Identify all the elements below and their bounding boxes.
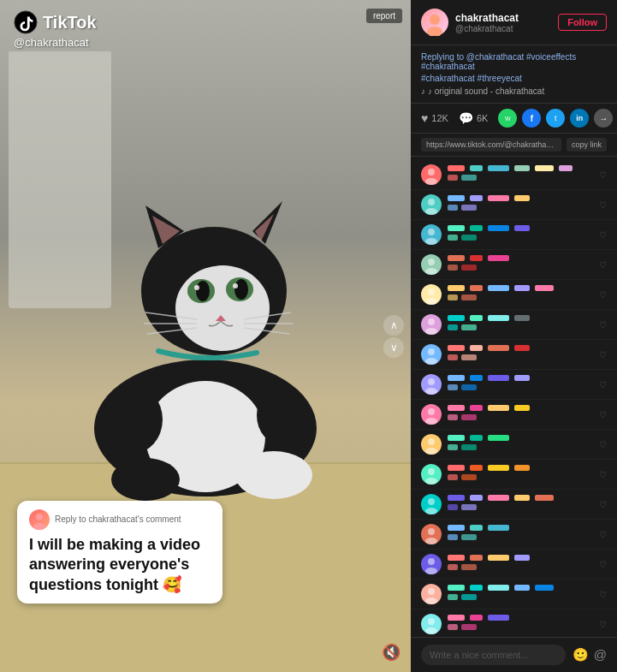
comment-heart-icon[interactable]: ♡ bbox=[599, 290, 607, 300]
comment-sub-block bbox=[448, 384, 458, 390]
comment-sub-block bbox=[448, 205, 458, 211]
comment-color-block bbox=[470, 225, 483, 231]
comment-color-block bbox=[488, 345, 509, 351]
comment-color-block bbox=[470, 165, 483, 171]
comment-avatar bbox=[421, 194, 442, 215]
svg-point-37 bbox=[428, 169, 435, 175]
comment-heart-icon[interactable]: ♡ bbox=[599, 350, 607, 360]
comment-body bbox=[447, 443, 594, 451]
comments-list[interactable]: ♡ ♡ bbox=[411, 157, 617, 637]
more-share-icon[interactable]: → bbox=[594, 109, 613, 128]
svg-point-30 bbox=[257, 385, 308, 445]
author-name: chakrathacat bbox=[455, 12, 519, 24]
comment-content bbox=[447, 404, 594, 421]
comment-color-block bbox=[470, 525, 483, 531]
comment-sub-block bbox=[448, 594, 458, 600]
comments-count: 6K bbox=[477, 113, 488, 123]
comment-body bbox=[447, 264, 594, 271]
at-icon[interactable]: @ bbox=[594, 647, 607, 663]
comment-sub-block bbox=[461, 504, 477, 510]
comment-sub-block bbox=[448, 414, 458, 420]
comment-body bbox=[447, 503, 594, 511]
comment-heart-icon[interactable]: ♡ bbox=[599, 590, 607, 599]
comment-color-block bbox=[470, 195, 483, 201]
comment-heart-icon[interactable]: ♡ bbox=[599, 200, 607, 210]
reply-header: Reply to chakrathacat's comment bbox=[29, 509, 211, 530]
comment-heart-icon[interactable]: ♡ bbox=[599, 560, 607, 569]
svg-point-46 bbox=[425, 298, 437, 305]
whatsapp-share-icon[interactable]: W bbox=[498, 109, 517, 128]
twitter-share-icon[interactable]: t bbox=[546, 109, 565, 128]
svg-point-19 bbox=[233, 283, 238, 288]
comment-content bbox=[447, 344, 594, 361]
comment-sub-block bbox=[448, 564, 458, 570]
url-input[interactable] bbox=[421, 138, 561, 152]
comment-color-block bbox=[448, 555, 465, 561]
comment-heart-icon[interactable]: ♡ bbox=[599, 500, 607, 509]
comment-heart-icon[interactable]: ♡ bbox=[599, 230, 607, 240]
comment-bubble-text: I will be making a video answering every… bbox=[29, 535, 211, 595]
volume-icon[interactable]: 🔇 bbox=[382, 643, 400, 662]
comment-content bbox=[447, 374, 594, 391]
svg-point-62 bbox=[425, 538, 437, 544]
author-avatar bbox=[421, 9, 448, 36]
tiktok-logo-icon bbox=[14, 10, 38, 34]
comment-heart-icon[interactable]: ♡ bbox=[599, 530, 607, 539]
svg-point-40 bbox=[425, 208, 437, 215]
comment-color-block bbox=[535, 585, 554, 591]
comment-heart-icon[interactable]: ♡ bbox=[599, 260, 607, 270]
comment-input-area: 🙂 @ bbox=[411, 637, 617, 672]
comment-item: ♡ bbox=[411, 550, 617, 580]
url-bar: copy link bbox=[411, 134, 617, 157]
comment-name-row bbox=[447, 194, 594, 202]
svg-point-54 bbox=[425, 418, 437, 425]
comment-color-block bbox=[470, 465, 483, 471]
copy-link-button[interactable]: copy link bbox=[567, 138, 607, 152]
emoji-icon[interactable]: 🙂 bbox=[573, 647, 589, 663]
comment-heart-icon[interactable]: ♡ bbox=[599, 620, 607, 629]
svg-point-59 bbox=[428, 498, 435, 505]
comment-color-block bbox=[535, 285, 554, 291]
comment-heart-icon[interactable]: ♡ bbox=[599, 410, 607, 419]
linkedin-share-icon[interactable]: in bbox=[570, 109, 589, 128]
comment-body bbox=[447, 234, 594, 241]
follow-button[interactable]: Follow bbox=[558, 14, 607, 31]
comment-content bbox=[447, 224, 594, 241]
comment-sub-block bbox=[448, 294, 458, 300]
comment-heart-icon[interactable]: ♡ bbox=[599, 440, 607, 449]
svg-point-31 bbox=[36, 514, 43, 520]
comment-body bbox=[447, 204, 594, 211]
svg-point-57 bbox=[428, 468, 435, 475]
more-text: → bbox=[599, 114, 608, 123]
comment-avatar bbox=[421, 554, 442, 574]
facebook-share-icon[interactable]: f bbox=[522, 109, 541, 128]
svg-point-53 bbox=[428, 408, 435, 415]
comment-input[interactable] bbox=[421, 645, 566, 665]
comment-color-block bbox=[448, 315, 465, 321]
svg-point-61 bbox=[428, 528, 435, 535]
svg-point-32 bbox=[33, 523, 45, 530]
comment-sub-block bbox=[461, 534, 477, 540]
comment-color-block bbox=[448, 165, 465, 171]
comment-avatar bbox=[421, 584, 442, 604]
comment-color-block bbox=[514, 165, 530, 171]
author-header: chakrathacat @chakrathacat Follow bbox=[411, 0, 617, 45]
comment-color-block bbox=[470, 615, 483, 621]
comment-content bbox=[447, 284, 594, 301]
comment-heart-icon[interactable]: ♡ bbox=[599, 320, 607, 330]
svg-point-49 bbox=[428, 348, 435, 355]
comment-heart-icon[interactable]: ♡ bbox=[599, 170, 607, 180]
comment-sub-block bbox=[448, 474, 458, 480]
comment-color-block bbox=[488, 435, 509, 441]
comment-color-block bbox=[470, 345, 483, 351]
report-button[interactable]: report bbox=[366, 9, 402, 23]
comment-heart-icon[interactable]: ♡ bbox=[599, 470, 607, 479]
comment-avatar bbox=[421, 164, 442, 185]
svg-text:W: W bbox=[505, 116, 511, 122]
svg-point-43 bbox=[428, 259, 435, 265]
scroll-up-arrow[interactable]: ∧ bbox=[383, 315, 404, 336]
comment-heart-icon[interactable]: ♡ bbox=[599, 380, 607, 390]
comment-color-block bbox=[470, 405, 483, 411]
comment-color-block bbox=[448, 615, 465, 621]
scroll-down-arrow[interactable]: ∨ bbox=[383, 337, 404, 358]
